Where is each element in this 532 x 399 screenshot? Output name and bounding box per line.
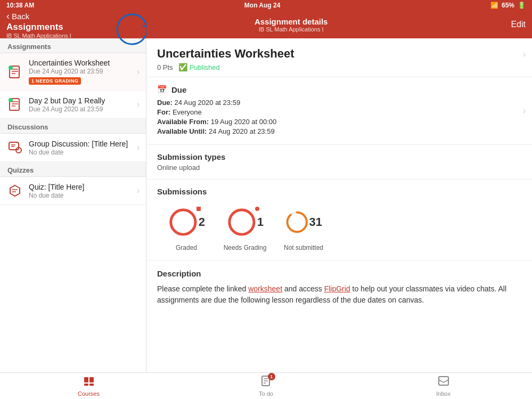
worksheet-link[interactable]: worksheet	[248, 284, 282, 293]
sidebar-item-subtitle-discussion: No due date	[29, 149, 137, 156]
sidebar-item-discussion[interactable]: Group Discussion: [Title Here] No due da…	[0, 134, 146, 162]
sidebar-item-title-quiz: Quiz: [Title Here]	[29, 183, 137, 191]
header-center-title: Assignment details	[255, 17, 328, 26]
svg-point-6	[9, 66, 13, 70]
content-header: Uncertainties Worksheet 0 Pts ✅ Publishe…	[146, 38, 532, 77]
svg-rect-24	[84, 377, 88, 382]
due-chevron-icon: ›	[523, 106, 526, 116]
svg-rect-25	[89, 377, 94, 382]
sidebar-item-content-1: Uncertainties Worksheet Due 24 Aug 2020 …	[29, 59, 137, 85]
submissions-chevron-icon: ›	[523, 50, 526, 59]
flipgrid-link[interactable]: FlipGrid	[324, 284, 350, 293]
due-header: 📅 Due	[157, 85, 521, 94]
sidebar-item-quiz[interactable]: Quiz: [Title Here] No due date ›	[0, 177, 146, 205]
tab-bar: Courses 1 To do Inbox	[0, 372, 532, 399]
inbox-icon	[438, 375, 449, 389]
description-section: Description Please complete the linked w…	[146, 260, 532, 314]
sidebar-item-day2[interactable]: Day 2 but Day 1 Really Due 24 Aug 2020 a…	[0, 91, 146, 119]
quiz-icon	[6, 182, 23, 199]
chevron-right-icon-1: ›	[137, 67, 140, 77]
header-left: ‹ Back Assignments IB SL Math Applicatio…	[6, 11, 71, 39]
needs-grading-dot	[255, 207, 259, 211]
not-submitted-label: Not submitted	[284, 244, 323, 251]
header-title: Assignments	[6, 22, 71, 32]
status-bar: 10:38 AM Mon Aug 24 📶 65% 🔋	[0, 0, 532, 11]
todo-tab-label: To do	[259, 390, 273, 397]
needs-grading-circle-container: 1	[226, 203, 264, 241]
assignment-icon-1	[6, 63, 23, 80]
needs-grading-label: Needs Grading	[224, 244, 267, 251]
sidebar-item-subtitle-quiz: No due date	[29, 192, 137, 199]
needs-grading-badge: 1 NEEDS GRADING	[29, 77, 81, 85]
courses-icon	[83, 375, 95, 389]
chevron-right-icon-4: ›	[137, 186, 140, 196]
main-layout: Assignments Uncertainties Worksheet Due …	[0, 38, 532, 372]
due-available-from-line: Available From: 19 Aug 2020 at 00:00	[157, 118, 521, 126]
not-submitted-circle-item[interactable]: 31 Not submitted	[274, 203, 333, 251]
svg-point-21	[230, 210, 254, 234]
graded-svg-circle	[165, 207, 202, 238]
description-text: Please complete the linked worksheet and…	[157, 283, 521, 306]
content-area: Uncertainties Worksheet 0 Pts ✅ Publishe…	[146, 38, 532, 372]
needs-grading-count: 1	[257, 215, 264, 229]
edit-button[interactable]: Edit	[511, 20, 526, 29]
header-center-subtitle: IB SL Math Applications I	[259, 26, 324, 32]
due-section-title: Due	[171, 85, 186, 94]
status-time: 10:38 AM	[6, 2, 34, 9]
sidebar-item-title-discussion: Group Discussion: [Title Here]	[29, 140, 137, 148]
graded-circle-container: 2	[168, 203, 205, 241]
calendar-icon: 📅	[157, 85, 167, 94]
not-submitted-count: 31	[309, 215, 322, 229]
pts-text: 0 Pts	[157, 63, 173, 71]
sidebar-section-assignments: Assignments	[0, 38, 146, 53]
status-day: Mon Aug 24	[244, 2, 281, 9]
back-button[interactable]: ‹ Back	[6, 11, 71, 22]
sidebar-item-subtitle-1: Due 24 Aug 2020 at 23:59	[29, 68, 137, 75]
back-arrow-icon: ‹	[6, 11, 10, 22]
sidebar-section-discussions: Discussions	[0, 119, 146, 134]
header-center: Assignment details IB SL Math Applicatio…	[255, 17, 328, 32]
sidebar-item-subtitle-2: Due 24 Aug 2020 at 23:59	[29, 105, 137, 113]
wifi-icon: 📶	[490, 2, 498, 9]
back-label: Back	[12, 12, 29, 21]
needs-grading-svg-circle	[223, 207, 260, 238]
due-for-line: For: Everyone	[157, 108, 521, 116]
battery-text: 65%	[502, 2, 514, 9]
published-check-icon: ✅	[178, 63, 187, 71]
header-subtitle: IB SL Math Applications I	[6, 32, 71, 39]
sidebar-item-uncertainties[interactable]: Uncertainties Worksheet Due 24 Aug 2020 …	[0, 53, 146, 91]
svg-point-23	[288, 213, 307, 232]
battery-icon: 🔋	[518, 2, 526, 9]
submissions-section: Submissions 2 Graded	[146, 180, 532, 260]
sidebar: Assignments Uncertainties Worksheet Due …	[0, 38, 146, 372]
graded-circle-item[interactable]: 2 Graded	[157, 203, 216, 251]
tab-inbox[interactable]: Inbox	[355, 375, 532, 397]
courses-tab-label: Courses	[78, 390, 100, 397]
svg-rect-26	[84, 384, 88, 386]
tab-todo[interactable]: 1 To do	[177, 375, 355, 397]
svg-rect-27	[89, 384, 94, 386]
todo-icon: 1	[260, 375, 272, 389]
sidebar-item-content-discussion: Group Discussion: [Title Here] No due da…	[29, 140, 137, 156]
sidebar-item-title-2: Day 2 but Day 1 Really	[29, 96, 137, 105]
submission-types-value: Online upload	[157, 164, 521, 172]
discussion-icon	[6, 139, 23, 156]
tab-courses[interactable]: Courses	[0, 375, 177, 397]
due-date-line: Due: 24 Aug 2020 at 23:59	[157, 99, 521, 107]
app-header: ‹ Back Assignments IB SL Math Applicatio…	[0, 11, 532, 38]
submission-types-title: Submission types	[157, 152, 521, 161]
chevron-right-icon-3: ›	[137, 143, 140, 152]
svg-point-11	[9, 98, 13, 102]
due-available-until-line: Available Until: 24 Aug 2020 at 23:59	[157, 127, 521, 135]
description-mid-text: and access	[282, 284, 324, 293]
inbox-tab-label: Inbox	[436, 390, 451, 397]
assignment-icon-2	[6, 96, 23, 113]
published-label: Published	[190, 63, 220, 71]
needs-grading-circle-item[interactable]: 1 Needs Grading	[216, 203, 274, 251]
submission-types-section: Submission types Online upload	[146, 145, 532, 180]
sidebar-item-content-2: Day 2 but Day 1 Really Due 24 Aug 2020 a…	[29, 96, 137, 113]
svg-point-19	[171, 210, 195, 234]
graded-dot	[197, 207, 201, 211]
not-submitted-circle-container: 31	[285, 203, 322, 241]
sidebar-item-content-quiz: Quiz: [Title Here] No due date	[29, 183, 137, 199]
